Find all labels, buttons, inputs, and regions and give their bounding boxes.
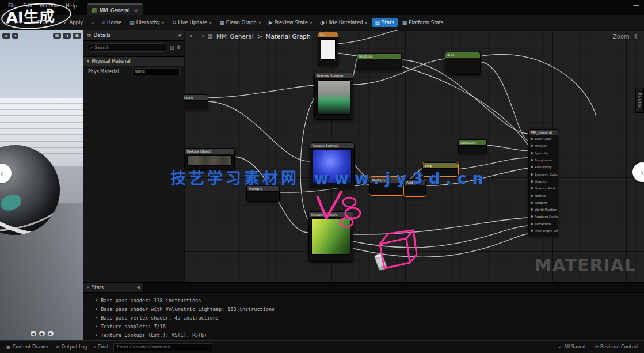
details-property-row: Phys Material None — [83, 66, 184, 77]
hide-unrelated-button[interactable]: ◑Hide Unrelated▾ — [317, 18, 371, 27]
details-list-icon[interactable]: ▤ — [170, 45, 174, 50]
details-panel: ▥ Details ◀ ⌕ Search ▤ ⚙ ▾ Physical Mate… — [83, 30, 185, 282]
graph-grid-icon: ▦ — [207, 33, 212, 39]
material-editor-window: FileEditWindowHelp MM_General × — ▼Save⌕… — [0, 0, 644, 353]
stats-panel: ⌕ Stats ◀ Base pass shader: 138 instruct… — [83, 282, 644, 341]
platform-stats-icon: ▦ — [402, 20, 407, 25]
details-search-placeholder: Search — [94, 45, 109, 50]
minimize-button[interactable]: — — [633, 1, 639, 9]
checkmark-annotation — [318, 192, 341, 218]
breadcrumb-root[interactable]: MM_General — [216, 33, 254, 40]
stat-line: Base pass vertex shader: 45 instructions — [86, 313, 644, 322]
viewport-option-icon-0[interactable]: ≡ — [2, 33, 10, 39]
site-watermark-url: www.jy3d.cn — [314, 169, 489, 187]
graph-search-button[interactable]: ⌕ — [87, 18, 97, 28]
live-update-icon: ↻ — [172, 20, 177, 25]
live-update-button[interactable]: ↻Live Update▾ — [169, 18, 215, 27]
circle-annotation — [340, 218, 353, 227]
home-icon: ⌂ — [102, 20, 105, 25]
asset-tab-label: MM_General — [100, 7, 129, 13]
viewport-nav-icon-0[interactable]: ◀ — [31, 331, 36, 336]
stats-search-icon: ⌕ — [87, 284, 89, 290]
cmd-button[interactable]: ›Cmd — [91, 343, 111, 351]
all-saved-button[interactable]: ✓All Saved — [556, 343, 589, 351]
chevron-down-icon: ▾ — [259, 21, 261, 25]
all-saved-icon: ✓ — [559, 344, 563, 350]
stats-tab[interactable]: ⌕ Stats ◀ — [83, 283, 144, 292]
titlebar: FileEditWindowHelp MM_General × — — [0, 0, 644, 16]
material-graph-canvas[interactable]: TexMultiplyAddTexture SampleMaskTexture … — [184, 30, 644, 282]
console-command-input[interactable] — [113, 343, 212, 351]
chevron-down-icon: ▾ — [209, 21, 211, 25]
preview-state-icon: ▶ — [269, 20, 273, 25]
back-arrow-icon[interactable]: ← — [190, 32, 195, 40]
cube-annotation — [380, 238, 410, 268]
stats-icon: ▥ — [375, 20, 380, 25]
site-watermark-name: 技艺学习素材网 — [170, 166, 299, 188]
preview-state-button[interactable]: ▶Preview State▾ — [265, 18, 315, 27]
clean-graph-button[interactable]: ▦Clean Graph▾ — [216, 18, 264, 27]
revision-control-icon: ⟳ — [595, 344, 599, 350]
breadcrumb-current: Material Graph — [265, 33, 310, 40]
cube-annotation — [380, 230, 413, 244]
search-icon: ⌕ — [90, 45, 93, 51]
stats-button[interactable]: ▥Stats — [372, 18, 398, 27]
toolbar: ▼Save⌕Browse✓Apply⌕⌂Home▤Hierarchy▾↻Live… — [0, 15, 644, 31]
material-asset-icon — [92, 8, 97, 13]
forward-arrow-icon[interactable]: → — [199, 32, 204, 40]
chevron-down-icon: ▾ — [162, 21, 164, 25]
details-title: Details — [94, 32, 110, 38]
property-value-dropdown[interactable]: None — [132, 68, 180, 75]
details-search-input[interactable]: ⌕ Search — [87, 43, 167, 52]
close-tab-icon[interactable]: × — [134, 7, 138, 13]
output-log-button[interactable]: ≡Output Log — [53, 343, 90, 351]
stat-line: Texture Lookups (Est.): VS(1), PS(6) — [86, 331, 644, 339]
viewport-display-icon-1[interactable]: ◑ — [63, 33, 71, 39]
stats-collapse-icon[interactable]: ◀ — [137, 285, 140, 290]
viewport-display-icon-2[interactable]: ▣ — [73, 33, 81, 39]
palette-tab[interactable]: Palette — [635, 88, 644, 113]
stat-line: Base pass shader with Volumetric Lightma… — [86, 305, 644, 313]
stats-log: Base pass shader: 138 instructionsBase p… — [83, 293, 644, 339]
status-bar: ▣Content Drawer≡Output Log›Cmd ✓All Save… — [0, 340, 644, 353]
cube-annotation — [410, 230, 417, 263]
hierarchy-icon: ▤ — [129, 20, 135, 25]
annotation-layer — [184, 30, 644, 282]
viewport-toolbar-right: ▦◑▣ — [53, 33, 81, 39]
hide-unrelated-icon: ◑ — [320, 20, 325, 25]
details-settings-icon[interactable]: ⚙ — [177, 45, 181, 50]
circle-annotation — [343, 198, 356, 207]
ai-watermark: AI生成 — [5, 4, 55, 28]
details-icon: ▥ — [87, 33, 92, 38]
breadcrumb-separator: > — [257, 33, 262, 40]
viewport-nav: ◀●▶ — [31, 331, 54, 336]
graph-search-icon: ⌕ — [91, 20, 94, 26]
stat-line: Texture samplers: 7/16 — [86, 322, 644, 331]
details-collapse-icon[interactable]: ◀ — [178, 33, 181, 37]
breadcrumb: ← → ▦ MM_General > Material Graph — [190, 32, 311, 40]
site-watermark: 技艺学习素材网 www.jy3d.cn — [170, 166, 489, 188]
stat-line: Base pass shader: 138 instructions — [86, 296, 644, 305]
preview-viewport[interactable]: ≡▾ ▦◑▣ ◀●▶ — [0, 30, 84, 341]
clean-graph-icon: ▦ — [219, 20, 224, 25]
revision-control-button[interactable]: ⟳Revision Control — [592, 343, 641, 351]
home-button[interactable]: ⌂Home — [98, 18, 125, 27]
chevron-down-icon: ▾ — [87, 59, 89, 64]
viewport-display-icon-0[interactable]: ▦ — [53, 33, 62, 39]
output-log-icon: ≡ — [56, 344, 60, 350]
chevron-down-icon: ▾ — [365, 21, 367, 25]
viewport-toolbar-left: ≡▾ — [2, 33, 18, 39]
hierarchy-button[interactable]: ▤Hierarchy▾ — [126, 18, 167, 27]
property-label: Phys Material — [88, 69, 119, 74]
cmd-icon: › — [94, 344, 96, 350]
chevron-down-icon: ▾ — [310, 21, 312, 25]
viewport-option-icon-1[interactable]: ▾ — [12, 33, 19, 39]
content-drawer-button[interactable]: ▣Content Drawer — [3, 343, 52, 351]
platform-stats-button[interactable]: ▦Platform Stats — [399, 18, 447, 27]
circle-annotation — [345, 208, 360, 218]
asset-tab[interactable]: MM_General × — [87, 3, 143, 16]
zoom-level: Zoom -4 — [613, 33, 637, 40]
viewport-nav-icon-1[interactable]: ● — [39, 331, 45, 336]
details-section-header[interactable]: ▾ Physical Material — [83, 56, 184, 66]
viewport-nav-icon-2[interactable]: ▶ — [48, 331, 54, 336]
